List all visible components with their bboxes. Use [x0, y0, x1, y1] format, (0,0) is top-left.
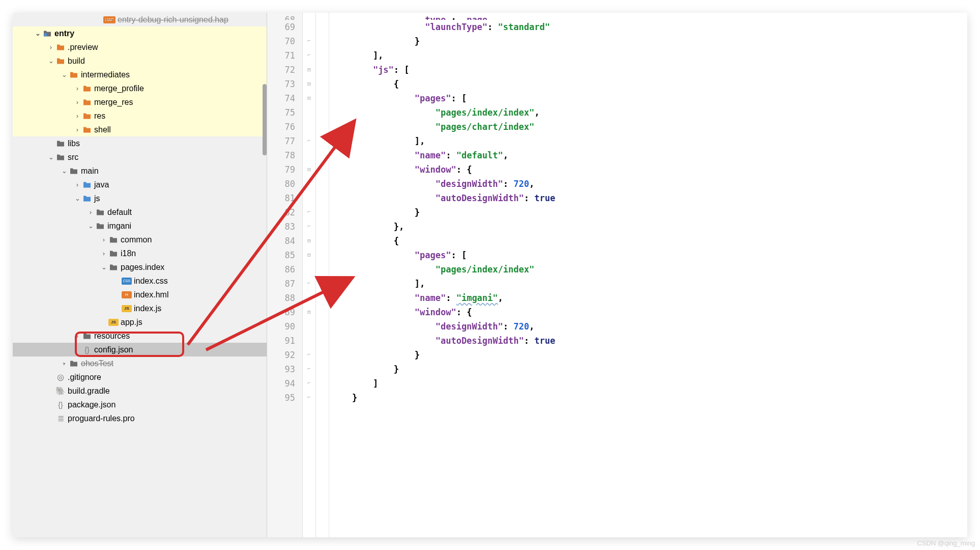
line-number: 89 — [267, 305, 295, 319]
code-line[interactable]: ] — [331, 376, 967, 391]
code-line[interactable]: ], — [331, 277, 967, 291]
tree-item-index-js[interactable]: JS index.js — [13, 301, 267, 315]
tree-item-main[interactable]: ⌄ main — [13, 164, 267, 178]
fold-marker[interactable] — [303, 120, 315, 134]
tree-item-merge-profile[interactable]: › merge_profile — [13, 81, 267, 95]
code-line[interactable]: "pages/index/index" — [331, 262, 967, 277]
tree-item-shell[interactable]: › shell — [13, 123, 267, 136]
code-line[interactable]: "autoDesignWidth": true — [331, 334, 967, 348]
code-line[interactable]: "pages/chart/index" — [331, 120, 967, 134]
tree-item-pages-index[interactable]: ⌄ pages.index — [13, 260, 267, 274]
tree-item-hap-file[interactable]: HAP entry-debug-rich-unsigned.hap — [13, 13, 267, 26]
code-editor[interactable]: 6869707172737475767778798081828384858687… — [267, 13, 967, 537]
project-tree[interactable]: HAP entry-debug-rich-unsigned.hap ⌄ entr… — [13, 13, 267, 537]
fold-marker[interactable] — [303, 105, 315, 120]
fold-marker[interactable]: ⊟ — [303, 162, 315, 177]
code-line[interactable]: } — [331, 391, 967, 405]
tree-item-src[interactable]: ⌄ src — [13, 150, 267, 164]
fold-marker[interactable]: ⊟ — [303, 234, 315, 248]
code-line[interactable]: "name": "imgani", — [331, 291, 967, 305]
fold-marker[interactable]: ⌐ — [303, 277, 315, 291]
fold-marker[interactable] — [303, 177, 315, 191]
fold-marker[interactable]: ⌐ — [303, 348, 315, 362]
fold-marker[interactable]: ⌐ — [303, 219, 315, 234]
code-line[interactable]: "designWidth": 720, — [331, 319, 967, 334]
line-number: 77 — [267, 134, 295, 148]
tree-item-res[interactable]: › res — [13, 109, 267, 123]
code-line[interactable]: "pages": [ — [331, 91, 967, 105]
tree-item-build-gradle[interactable]: 🐘 build.gradle — [13, 384, 267, 398]
tree-item-merge-res[interactable]: › merge_res — [13, 95, 267, 109]
code-line[interactable]: "name": "default", — [331, 148, 967, 162]
code-line[interactable]: } — [331, 205, 967, 219]
fold-marker[interactable]: ⌐ — [303, 391, 315, 405]
tree-item-imgani[interactable]: ⌄ imgani — [13, 219, 267, 233]
tree-item-index-hml[interactable]: H index.hml — [13, 288, 267, 301]
code-line[interactable]: ], — [331, 134, 967, 148]
line-number: 78 — [267, 148, 295, 162]
code-line[interactable]: { — [331, 234, 967, 248]
line-number: 95 — [267, 391, 295, 405]
fold-marker[interactable]: ⊟ — [303, 305, 315, 319]
tree-item-proguard[interactable]: ≣ proguard-rules.pro — [13, 411, 267, 425]
tree-item-build[interactable]: ⌄ build — [13, 54, 267, 68]
js-file-icon: JS — [108, 319, 119, 326]
fold-marker[interactable] — [303, 13, 315, 20]
fold-marker[interactable] — [303, 291, 315, 305]
code-line[interactable]: type : page , — [331, 13, 967, 20]
tree-item-entry[interactable]: ⌄ entry — [13, 26, 267, 40]
fold-marker[interactable] — [303, 191, 315, 205]
code-line[interactable]: { — [331, 77, 967, 91]
scrollbar-thumb[interactable] — [263, 84, 267, 155]
tree-item-java[interactable]: › java — [13, 178, 267, 191]
tree-item-resources[interactable]: › resources — [13, 329, 267, 343]
fold-marker[interactable] — [303, 148, 315, 162]
code-line[interactable]: } — [331, 348, 967, 362]
code-line[interactable]: } — [331, 362, 967, 376]
code-line[interactable]: "window": { — [331, 305, 967, 319]
fold-marker[interactable]: ⌐ — [303, 376, 315, 391]
code-line[interactable]: "js": [ — [331, 63, 967, 77]
code-line[interactable]: "pages/index/index", — [331, 105, 967, 120]
tree-item-js[interactable]: ⌄ js — [13, 191, 267, 205]
fold-marker[interactable] — [303, 319, 315, 334]
tree-item-default[interactable]: › default — [13, 205, 267, 219]
code-content[interactable]: type : page , "launchType": "standard" }… — [329, 13, 967, 537]
tree-item-i18n[interactable]: › i18n — [13, 246, 267, 260]
code-line[interactable]: } — [331, 34, 967, 48]
code-line[interactable]: "pages": [ — [331, 248, 967, 262]
tree-item-intermediates[interactable]: ⌄ intermediates — [13, 68, 267, 81]
tree-item-common[interactable]: › common — [13, 233, 267, 246]
fold-marker[interactable] — [303, 20, 315, 34]
fold-marker[interactable]: ⌐ — [303, 48, 315, 63]
tree-item-index-css[interactable]: CSS index.css — [13, 274, 267, 288]
line-number: 91 — [267, 334, 295, 348]
code-line[interactable]: "window": { — [331, 162, 967, 177]
tree-label: default — [107, 208, 132, 217]
tree-item-preview[interactable]: › .preview — [13, 40, 267, 54]
code-line[interactable]: "autoDesignWidth": true — [331, 191, 967, 205]
tree-item-libs[interactable]: libs — [13, 136, 267, 150]
folder-icon — [108, 249, 119, 258]
code-line[interactable]: "designWidth": 720, — [331, 177, 967, 191]
fold-marker[interactable]: ⌐ — [303, 34, 315, 48]
fold-marker[interactable]: ⌐ — [303, 134, 315, 148]
code-line[interactable]: "launchType": "standard" — [331, 20, 967, 34]
fold-marker[interactable] — [303, 334, 315, 348]
fold-marker[interactable]: ⊟ — [303, 63, 315, 77]
code-line[interactable]: }, — [331, 219, 967, 234]
fold-marker[interactable]: ⌐ — [303, 362, 315, 376]
tree-item-ohostest[interactable]: › ohosTest — [13, 356, 267, 370]
tree-item-config-json[interactable]: {} config.json — [13, 343, 267, 356]
folder-icon — [82, 84, 92, 93]
tree-item-gitignore[interactable]: ◎ .gitignore — [13, 370, 267, 384]
fold-gutter[interactable]: ⌐⌐⊟⊟⊟⌐⊟⌐⌐⊟⊟⌐⊟⌐⌐⌐⌐ — [303, 13, 316, 537]
fold-marker[interactable]: ⊟ — [303, 77, 315, 91]
fold-marker[interactable] — [303, 262, 315, 277]
fold-marker[interactable]: ⊟ — [303, 248, 315, 262]
code-line[interactable]: ], — [331, 48, 967, 63]
tree-item-app-js[interactable]: JS app.js — [13, 315, 267, 329]
tree-item-package-json[interactable]: {} package.json — [13, 398, 267, 411]
fold-marker[interactable]: ⊟ — [303, 91, 315, 105]
fold-marker[interactable]: ⌐ — [303, 205, 315, 219]
